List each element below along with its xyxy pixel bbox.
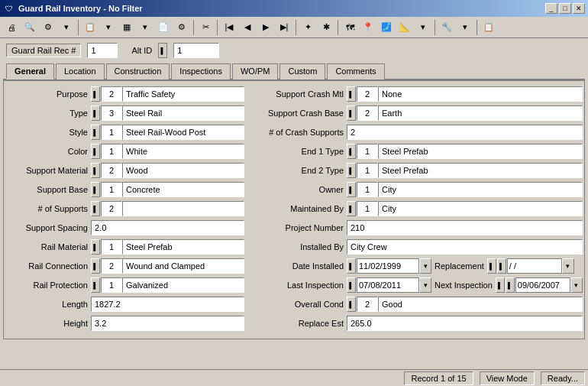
left-num-of-supports-mini-btn[interactable]: ▌ [91,201,100,216]
left-support-material-value[interactable] [122,163,244,178]
right-date-installed-extra-date[interactable] [507,258,562,274]
right-support-crash-base-mini-btn[interactable]: ▌ [347,105,356,121]
right-date-installed-extra-mini2[interactable]: ▌ [497,258,506,274]
right-support-crash-mtl-value[interactable] [378,86,583,102]
right-last-inspection-extra-mini[interactable]: ▌ [496,277,505,293]
left-color-mini-btn[interactable]: ▌ [91,144,100,159]
tb-drop3[interactable]: ▾ [137,19,153,36]
left-length-value[interactable] [91,297,244,312]
right-support-crash-base-value[interactable] [378,105,583,121]
tab-wopm[interactable]: WO/PM [232,63,279,79]
right-date-installed-mini-btn[interactable]: ▌ [347,258,356,274]
right-last-inspection-extra-dropdown[interactable]: ▾ [570,277,583,293]
tb-drop4[interactable]: ▾ [415,19,431,36]
left-purpose-value[interactable] [122,86,244,102]
right-date-installed-extra-dropdown[interactable]: ▾ [562,258,574,274]
tb-drop1[interactable]: ▾ [58,19,75,36]
left-type-mini-btn[interactable]: ▌ [91,105,100,121]
tb-drop2[interactable]: ▾ [100,19,117,36]
tb-first[interactable]: |◀ [221,19,237,36]
right-end-1-type-num-input[interactable] [357,144,378,159]
tb-last[interactable]: ▶| [276,19,292,36]
right-installed-by-value[interactable] [347,239,583,255]
tb-next[interactable]: ▶ [257,19,274,36]
minimize-button[interactable]: _ [545,3,557,14]
left-num-of-supports-num-input[interactable] [101,201,122,216]
tb-drop5[interactable]: ▾ [457,19,473,36]
tab-general[interactable]: General [6,63,54,79]
left-rail-connection-mini-btn[interactable]: ▌ [91,258,100,274]
left-purpose-num-input[interactable] [101,86,122,102]
left-style-num-input[interactable] [101,125,122,140]
tab-comments[interactable]: Comments [327,63,384,79]
right-overall-cond-value[interactable] [378,297,583,312]
tb-doc[interactable]: 📄 [155,19,172,36]
right-owner-num-input[interactable] [357,182,378,197]
right-support-crash-mtl-mini-btn[interactable]: ▌ [347,86,356,102]
tb-prev[interactable]: ◀ [239,19,256,36]
tb-print[interactable]: 🖨 [3,19,20,36]
left-support-spacing-value[interactable] [91,220,244,235]
tab-construction[interactable]: Construction [106,63,170,79]
left-num-of-supports-value[interactable] [122,201,244,216]
left-rail-protection-num-input[interactable] [101,277,122,293]
right-owner-mini-btn[interactable]: ▌ [347,182,356,197]
right-support-crash-mtl-num-input[interactable] [357,86,378,102]
right-overall-cond-num-input[interactable] [357,297,378,312]
tab-inspections[interactable]: Inspections [171,63,231,79]
tb-grid[interactable]: ▦ [118,19,135,36]
right-replace-est-value[interactable] [347,316,583,331]
left-type-value[interactable] [122,105,244,121]
left-height-value[interactable] [91,316,244,331]
right-last-inspection-extra-mini2[interactable]: ▌ [506,277,515,293]
right-date-installed-dropdown[interactable]: ▾ [419,258,431,274]
alt-id-input[interactable] [173,43,219,58]
right-support-crash-base-num-input[interactable] [357,105,378,121]
tb-cut[interactable]: ✂ [197,19,214,36]
left-rail-protection-value[interactable] [122,277,244,293]
tb-settings[interactable]: ⚙ [40,19,57,36]
rec-id-input[interactable] [87,43,118,58]
left-style-mini-btn[interactable]: ▌ [91,125,100,140]
tb-star[interactable]: ✦ [299,19,316,36]
tb-wrench[interactable]: 🔧 [438,19,455,36]
right-overall-cond-mini-btn[interactable]: ▌ [347,297,356,312]
tb-gear[interactable]: ⚙ [173,19,190,36]
tb-map3[interactable]: 🗾 [378,19,395,36]
left-support-base-num-input[interactable] [101,182,122,197]
tab-location[interactable]: Location [56,63,105,79]
left-support-base-value[interactable] [122,182,244,197]
left-support-base-mini-btn[interactable]: ▌ [91,182,100,197]
left-rail-connection-value[interactable] [122,258,244,274]
right-end-2-type-num-input[interactable] [357,163,378,178]
left-support-material-num-input[interactable] [101,163,122,178]
right-last-inspection-extra-date[interactable] [515,277,570,293]
left-rail-connection-num-input[interactable] [101,258,122,274]
tab-custom[interactable]: Custom [279,63,325,79]
right-maintained-by-num-input[interactable] [357,201,378,216]
right-end-2-type-mini-btn[interactable]: ▌ [347,163,356,178]
right-end-1-type-mini-btn[interactable]: ▌ [347,144,356,159]
right-maintained-by-mini-btn[interactable]: ▌ [347,201,356,216]
right-owner-value[interactable] [378,182,583,197]
tb-map1[interactable]: 🗺 [341,19,358,36]
left-color-value[interactable] [122,144,244,159]
left-support-material-mini-btn[interactable]: ▌ [91,163,100,178]
tb-asterisk[interactable]: ✱ [318,19,334,36]
tb-export[interactable]: 📋 [480,19,497,36]
right-project-number-value[interactable] [347,220,583,235]
tb-map2[interactable]: 📍 [360,19,376,36]
close-button[interactable]: ✕ [573,3,585,14]
left-rail-material-mini-btn[interactable]: ▌ [91,239,100,255]
left-rail-material-value[interactable] [122,239,244,255]
right-end-1-type-value[interactable] [378,144,583,159]
right-end-2-type-value[interactable] [378,163,583,178]
right-date-installed-extra-mini[interactable]: ▌ [487,258,496,274]
right-last-inspection-mini-btn[interactable]: ▌ [347,277,356,293]
left-style-value[interactable] [122,125,244,140]
tb-search[interactable]: 🔍 [21,19,38,36]
right--of-crash-supports-value[interactable] [347,125,583,140]
tb-map4[interactable]: 📐 [396,19,413,36]
left-type-num-input[interactable] [101,105,122,121]
right-last-inspection-dropdown[interactable]: ▾ [419,277,431,293]
